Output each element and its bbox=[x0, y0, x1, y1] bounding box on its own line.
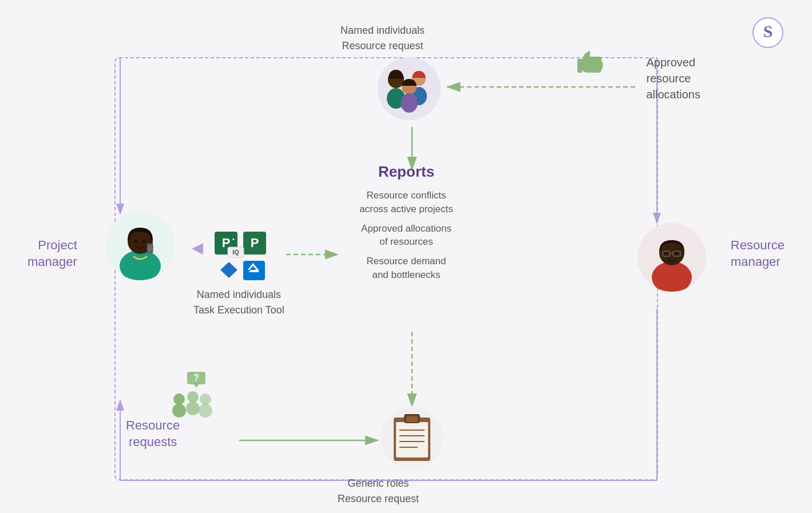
svg-text:?: ? bbox=[193, 373, 199, 383]
project-manager-label: Project manager bbox=[27, 237, 77, 270]
svg-text:S: S bbox=[763, 22, 773, 41]
svg-text:•: • bbox=[232, 236, 235, 242]
named-individuals-tool-label: Named individuals Task Execution Tool bbox=[193, 287, 284, 318]
resource-requests-label: Resource requests bbox=[126, 417, 180, 450]
svg-rect-51 bbox=[396, 422, 428, 458]
svg-text:P: P bbox=[251, 236, 259, 250]
logo: S bbox=[752, 17, 783, 48]
svg-point-65 bbox=[200, 393, 211, 405]
svg-marker-60 bbox=[193, 383, 200, 388]
svg-marker-40 bbox=[220, 262, 237, 278]
project-manager-avatar bbox=[106, 212, 175, 280]
named-individuals-avatar bbox=[378, 57, 441, 120]
tools-icons: P • P IQ bbox=[212, 229, 280, 280]
svg-rect-31 bbox=[147, 244, 153, 253]
svg-point-62 bbox=[172, 404, 186, 417]
svg-point-48 bbox=[665, 252, 667, 254]
resource-manager-label: Resource manager bbox=[731, 237, 785, 270]
svg-point-30 bbox=[143, 240, 146, 243]
svg-point-63 bbox=[187, 391, 199, 403]
clipboard-icon bbox=[381, 406, 443, 469]
svg-point-29 bbox=[135, 240, 138, 243]
svg-point-61 bbox=[173, 393, 185, 405]
thumbsup-icon-area bbox=[572, 43, 606, 79]
reports-box: Reports Resource conflicts across active… bbox=[320, 163, 492, 288]
resource-manager-avatar bbox=[637, 223, 706, 292]
resource-requests-icon: ? bbox=[163, 372, 220, 420]
svg-rect-53 bbox=[406, 416, 418, 422]
approved-allocations-label: Approved resource allocations bbox=[646, 54, 700, 102]
diagram-container: S bbox=[0, 0, 812, 513]
report-item-3: Resource demand and bottlenecks bbox=[320, 254, 492, 282]
svg-point-24 bbox=[401, 93, 418, 113]
generic-roles-label: Generic roles Resource request bbox=[338, 476, 419, 507]
report-item-2: Approved allocations of resources bbox=[320, 222, 492, 249]
svg-point-64 bbox=[186, 401, 200, 415]
svg-point-66 bbox=[199, 404, 212, 417]
svg-text:IQ: IQ bbox=[232, 249, 239, 256]
named-individuals-top-label: Named individuals Resource request bbox=[340, 23, 425, 54]
svg-rect-25 bbox=[583, 68, 584, 69]
reports-title: Reports bbox=[320, 163, 492, 181]
report-item-1: Resource conflicts across active project… bbox=[320, 189, 492, 216]
svg-point-49 bbox=[675, 252, 678, 254]
